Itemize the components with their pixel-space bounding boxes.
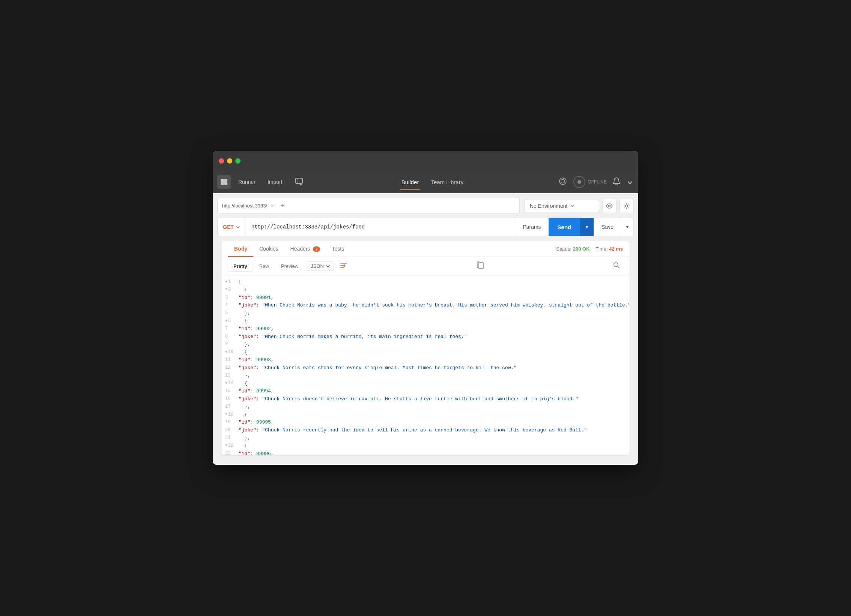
line-toggle[interactable]: ▼ bbox=[225, 380, 227, 386]
line-number: 19 bbox=[225, 419, 239, 426]
tab-url-text: http://localhost:3333/ bbox=[222, 203, 267, 209]
line-number: 23 bbox=[225, 450, 239, 455]
minimize-button[interactable] bbox=[227, 158, 232, 164]
code-key: "id" bbox=[239, 357, 250, 363]
code-bracket: { bbox=[239, 380, 247, 386]
code-bracket: { bbox=[239, 318, 247, 324]
code-punct: : bbox=[250, 295, 256, 300]
svg-point-6 bbox=[559, 178, 566, 185]
code-num: 99993 bbox=[256, 357, 271, 363]
dropdown-button[interactable] bbox=[626, 177, 634, 188]
code-line: ▼1[ bbox=[222, 278, 629, 286]
code-bracket: [ bbox=[239, 279, 242, 285]
code-line: 21 }, bbox=[222, 434, 629, 442]
view-toolbar: Pretty Raw Preview JSON bbox=[222, 257, 629, 275]
runner-button[interactable]: Runner bbox=[234, 177, 260, 187]
request-bar: GET Params Send ▼ Save ▼ bbox=[217, 218, 634, 236]
code-content: "id": 99991, bbox=[239, 294, 626, 302]
save-dropdown-button[interactable]: ▼ bbox=[621, 218, 633, 236]
code-bracket: { bbox=[239, 349, 247, 355]
add-tab-button[interactable]: + bbox=[278, 200, 288, 211]
method-select[interactable]: GET bbox=[218, 218, 245, 236]
code-line: ▼2 { bbox=[222, 286, 629, 294]
code-content: { bbox=[239, 411, 626, 419]
builder-tab[interactable]: Builder bbox=[400, 176, 421, 188]
toolbar-center: Builder Team Library bbox=[311, 176, 554, 188]
code-line: 3"id": 99991, bbox=[222, 294, 629, 302]
environment-select[interactable]: No Environment bbox=[524, 200, 599, 212]
import-button[interactable]: Import bbox=[263, 177, 287, 187]
tab-cookies[interactable]: Cookies bbox=[253, 241, 284, 257]
new-tab-toolbar-button[interactable] bbox=[290, 175, 308, 189]
code-bracket: }, bbox=[239, 341, 250, 347]
line-toggle[interactable]: ▼ bbox=[225, 279, 227, 285]
code-line: ▼14 { bbox=[222, 380, 629, 388]
params-button[interactable]: Params bbox=[515, 218, 548, 236]
pretty-view-button[interactable]: Pretty bbox=[228, 261, 253, 271]
svg-point-10 bbox=[625, 205, 628, 207]
code-content: { bbox=[239, 317, 626, 325]
code-key: "id" bbox=[239, 326, 250, 332]
close-button[interactable] bbox=[219, 158, 224, 164]
code-key: "joke" bbox=[239, 427, 256, 433]
code-bracket: }, bbox=[239, 373, 250, 379]
line-number: ▼14 bbox=[225, 380, 239, 387]
code-area: ▼1[▼2 {3"id": 99991,4"joke": "When Chuck… bbox=[222, 275, 629, 455]
format-select[interactable]: JSON bbox=[307, 261, 334, 271]
preview-view-button[interactable]: Preview bbox=[276, 261, 304, 271]
send-button[interactable]: Send bbox=[549, 218, 580, 236]
close-tab-button[interactable]: × bbox=[270, 203, 275, 209]
line-toggle[interactable]: ▼ bbox=[225, 443, 227, 449]
radar-icon-button[interactable] bbox=[557, 175, 569, 189]
gear-icon-button[interactable] bbox=[619, 199, 634, 213]
tab-headers[interactable]: Headers 7 bbox=[284, 241, 326, 257]
code-line: ▼18 { bbox=[222, 411, 629, 419]
wrap-button[interactable] bbox=[337, 261, 350, 271]
code-num: 99991 bbox=[256, 295, 271, 300]
code-line: ▼22 { bbox=[222, 442, 629, 450]
format-dropdown-icon bbox=[326, 265, 330, 267]
maximize-button[interactable] bbox=[235, 158, 241, 164]
team-library-tab[interactable]: Team Library bbox=[429, 176, 465, 188]
code-line: 4"joke": "When Chuck Norris was a baby, … bbox=[222, 302, 629, 310]
eye-icon-button[interactable] bbox=[602, 199, 616, 213]
code-bracket: { bbox=[239, 287, 247, 293]
raw-view-button[interactable]: Raw bbox=[254, 261, 274, 271]
code-line: 23"id": 99996, bbox=[222, 450, 629, 455]
svg-point-15 bbox=[614, 263, 618, 267]
tab-body[interactable]: Body bbox=[228, 241, 253, 257]
search-button[interactable] bbox=[610, 260, 623, 272]
toolbar-left: Runner Import bbox=[217, 175, 308, 189]
code-line: 15"id": 99994, bbox=[222, 388, 629, 395]
offline-label: OFFLINE bbox=[588, 179, 607, 185]
code-punct: : bbox=[256, 396, 262, 402]
code-punct: : bbox=[256, 427, 262, 433]
line-number: 13 bbox=[225, 372, 239, 379]
line-toggle[interactable]: ▼ bbox=[225, 318, 227, 324]
time-value: 42 ms bbox=[609, 246, 623, 252]
send-dropdown-button[interactable]: ▼ bbox=[580, 218, 594, 236]
code-line: 9 }, bbox=[222, 341, 629, 349]
svg-point-9 bbox=[609, 205, 610, 207]
line-number: 16 bbox=[225, 395, 239, 403]
line-number: 15 bbox=[225, 388, 239, 395]
code-line: ▼10 { bbox=[222, 349, 629, 356]
copy-button[interactable] bbox=[474, 260, 487, 272]
code-punct: : bbox=[250, 451, 256, 455]
eye-icon bbox=[606, 203, 613, 209]
code-line: 8"joke": "When Chuck Norris makes a burr… bbox=[222, 333, 629, 341]
line-toggle[interactable]: ▼ bbox=[225, 349, 227, 355]
code-content: "id": 99995, bbox=[239, 419, 626, 427]
tab-tests[interactable]: Tests bbox=[326, 241, 350, 257]
code-content: }, bbox=[239, 341, 626, 349]
svg-line-16 bbox=[617, 266, 619, 269]
code-line: 5 }, bbox=[222, 310, 629, 317]
code-bracket: }, bbox=[239, 404, 250, 410]
save-button[interactable]: Save bbox=[594, 218, 621, 236]
sidebar-toggle-button[interactable] bbox=[217, 175, 231, 189]
line-toggle[interactable]: ▼ bbox=[225, 412, 227, 418]
notification-button[interactable] bbox=[611, 176, 622, 189]
url-input[interactable] bbox=[245, 218, 515, 236]
format-label: JSON bbox=[311, 263, 324, 269]
line-toggle[interactable]: ▼ bbox=[225, 287, 227, 293]
